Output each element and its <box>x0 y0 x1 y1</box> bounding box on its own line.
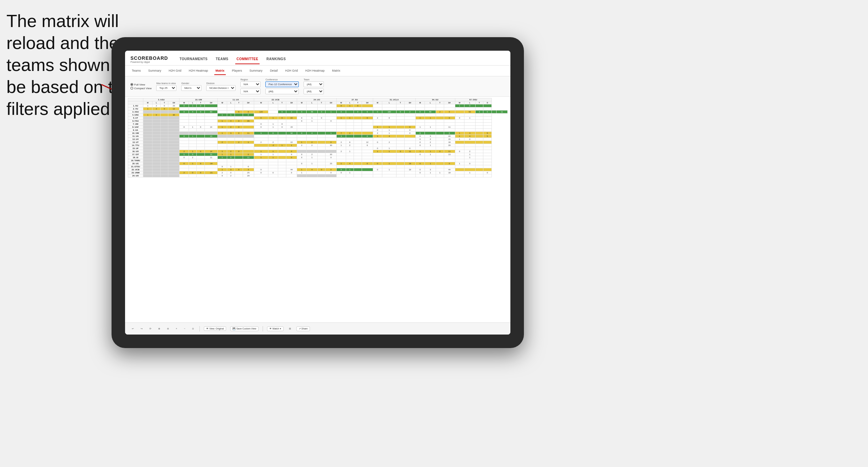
nav-rankings[interactable]: RANKINGS <box>265 54 287 64</box>
matrix-cell <box>373 171 382 174</box>
matrix-cell <box>268 159 278 162</box>
matrix-cell: 2 <box>152 104 161 107</box>
matrix-cell <box>268 174 278 177</box>
target-btn[interactable]: ⊙ <box>191 327 195 331</box>
matrix-cell <box>464 123 475 126</box>
matrix-cell <box>373 159 382 162</box>
table-row: 4. UNC1036110 <box>128 114 508 117</box>
subnav-teams[interactable]: Teams <box>130 67 142 75</box>
subnav-matrix[interactable]: Matrix <box>214 67 226 75</box>
zoom-out-btn[interactable]: ⊖ <box>166 327 170 331</box>
full-view-radio[interactable]: Full View <box>130 83 151 86</box>
redo-btn[interactable]: ↪ <box>139 327 144 331</box>
matrix-cell <box>160 144 168 147</box>
matrix-cell: 18 <box>444 171 455 174</box>
matrix-cell <box>362 104 373 107</box>
region-select[interactable]: N/A <box>240 81 261 87</box>
matrix-cell <box>179 114 189 117</box>
matrix-cell <box>306 104 317 107</box>
zoom-in-btn[interactable]: ⊕ <box>157 327 162 331</box>
max-teams-select[interactable]: Top 25 <box>156 85 176 91</box>
matrix-cell: 36 <box>168 114 179 117</box>
matrix-cell <box>317 159 326 162</box>
matrix-cell: 0 <box>235 126 243 129</box>
matrix-cell: 0 <box>218 165 227 168</box>
compact-view-radio[interactable]: Compact View <box>130 87 151 90</box>
matrix-cell <box>168 117 179 120</box>
matrix-cell <box>204 129 218 132</box>
add-btn[interactable]: + <box>174 327 178 330</box>
table-row: 15. UF010 <box>128 147 508 150</box>
refresh-btn[interactable]: ⟳ <box>148 327 153 331</box>
view-original-btn[interactable]: 👁 View: Original <box>204 326 226 331</box>
subnav-h2h-heatmap[interactable]: H2H Heatmap <box>188 67 210 75</box>
matrix-cell <box>475 126 483 129</box>
subnav-summary[interactable]: Summary <box>147 67 163 75</box>
matrix-cell: 1 <box>464 171 475 174</box>
matrix-cell <box>197 168 205 171</box>
matrix-cell: 12 <box>168 107 179 110</box>
matrix-cell <box>362 123 373 126</box>
matrix-cell <box>382 174 396 177</box>
undo-btn[interactable]: ↩ <box>130 327 135 331</box>
gender-select[interactable]: Men's <box>181 85 201 91</box>
subnav-summary2[interactable]: Summary <box>248 67 264 75</box>
matrix-cell <box>346 147 354 150</box>
uo-w: W <box>297 101 306 104</box>
matrix-cell <box>475 117 483 120</box>
matrix-cell: 2 <box>436 110 444 114</box>
matrix-cell: 0 <box>197 171 205 174</box>
matrix-cell <box>286 165 297 168</box>
matrix-cell <box>160 129 168 132</box>
subnav-h2h-heatmap2[interactable]: H2H Heatmap <box>304 67 326 75</box>
watch-btn[interactable]: 👁 Watch ▾ <box>267 326 283 331</box>
conference-select2[interactable]: (All) <box>265 89 299 94</box>
matrix-cell <box>404 114 415 117</box>
subnav-h2h-grid[interactable]: H2H Grid <box>167 67 183 75</box>
matrix-cell: -34 <box>204 162 218 165</box>
matrix-cell <box>306 138 317 141</box>
matrix-cell: 1 <box>297 141 306 144</box>
matrix-cell <box>354 141 362 144</box>
matrix-cell <box>235 104 243 107</box>
team-select[interactable]: (All) <box>304 81 324 87</box>
matrix-cell <box>197 138 205 141</box>
matrix-cell <box>179 168 189 171</box>
matrix-cell <box>160 159 168 162</box>
matrix-cell <box>204 117 218 120</box>
nav-teams[interactable]: TEAMS <box>214 54 230 64</box>
share-btn[interactable]: ↗ Share <box>296 326 310 331</box>
table-row: 6. FSU14035010 <box>128 120 508 123</box>
matrix-cell <box>286 107 297 110</box>
conference-select[interactable]: Pac-12 Conference <box>265 81 299 87</box>
matrix-cell <box>425 165 436 168</box>
minus-btn[interactable]: − <box>183 327 187 330</box>
save-custom-btn[interactable]: 💾 Save Custom View <box>230 326 259 331</box>
team-select2[interactable]: (All) <box>304 89 324 94</box>
matrix-cell <box>354 165 362 168</box>
nav-tournaments[interactable]: TOURNAMENTS <box>178 54 209 64</box>
matrix-cell <box>425 156 436 159</box>
matrix-cell <box>179 107 189 110</box>
matrix-cell <box>362 156 373 159</box>
matrix-cell <box>475 123 483 126</box>
matrix-cell <box>278 120 286 123</box>
region-select2[interactable]: N/A <box>240 89 261 94</box>
matrix-cell <box>326 123 337 126</box>
subnav-detail[interactable]: Detail <box>269 67 279 75</box>
col-header-osu: 57. OSU <box>455 98 491 101</box>
matrix-cell: 0 <box>152 114 161 117</box>
matrix-cell <box>227 141 235 144</box>
matrix-cell <box>143 110 152 114</box>
nav-committee[interactable]: COMMITTEE <box>235 54 260 64</box>
matrix-cell <box>455 174 464 177</box>
subnav-matrix2[interactable]: Matrix <box>331 67 342 75</box>
division-select[interactable]: NCAA Division I <box>206 85 236 91</box>
subnav-h2h-grid2[interactable]: H2H Grid <box>284 67 299 75</box>
subnav-players[interactable]: Players <box>231 67 243 75</box>
matrix-content[interactable]: 3. ASU 10. UW 11. UA 22. UCB 24. UO 27. … <box>125 97 510 322</box>
matrix-cell <box>168 135 179 138</box>
matrix-cell <box>297 107 306 110</box>
col-header-asu: 3. ASU <box>143 98 179 101</box>
grid-btn[interactable]: ⊞ <box>288 327 292 331</box>
